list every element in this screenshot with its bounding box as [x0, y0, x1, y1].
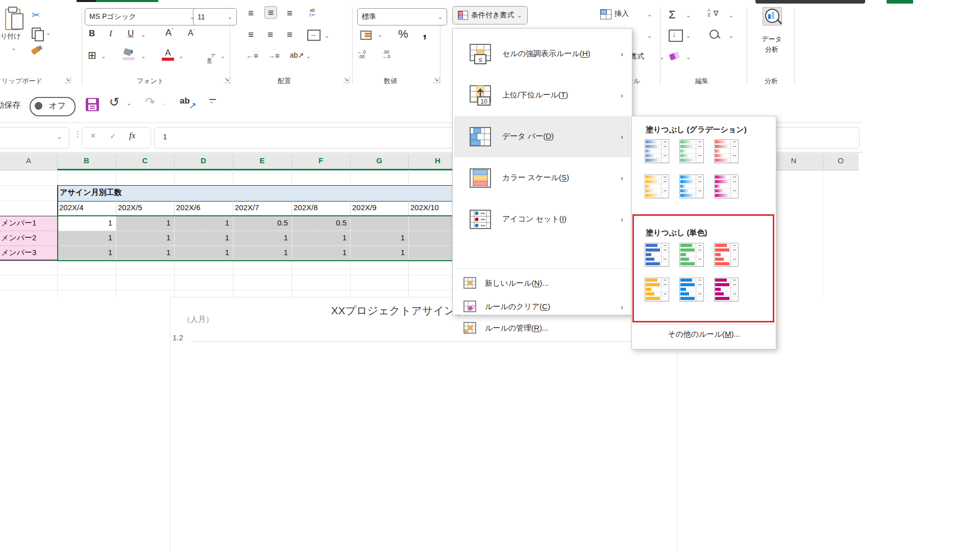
solid-databar-swatch-6[interactable] [714, 278, 739, 302]
month-header-cell[interactable]: 202X/10 [410, 203, 439, 212]
solid-databar-swatch-1[interactable] [645, 243, 669, 267]
column-header-F[interactable]: F [291, 156, 350, 165]
cut-button[interactable]: ✂ [32, 9, 49, 22]
increase-font-button[interactable]: Aˆ [165, 28, 174, 38]
undo-chevron-icon[interactable]: ⌄ [127, 100, 131, 107]
column-header-C[interactable]: C [116, 156, 174, 165]
name-box[interactable]: ⌄ [0, 127, 69, 148]
comma-style-button[interactable]: , [423, 23, 427, 41]
orientation-chevron-icon[interactable]: ⌄ [306, 53, 311, 60]
phonetic-chevron-icon[interactable]: ⌄ [220, 53, 225, 60]
column-header-D[interactable]: D [174, 156, 233, 165]
font-dialog-launcher-icon[interactable]: ↘ [224, 77, 230, 83]
solid-databar-swatch-3[interactable] [714, 243, 739, 267]
redo-button[interactable]: ↷ [145, 95, 155, 109]
month-header-cell[interactable]: 202X/4 [59, 203, 84, 212]
align-bottom-button[interactable]: ≡ [287, 8, 292, 18]
font-size-combobox[interactable]: 11 ⌄ [193, 8, 237, 26]
clear-chevron-icon[interactable]: ⌄ [686, 54, 691, 61]
more-rules-item[interactable]: その他のルール(M)... [632, 330, 776, 339]
decrease-font-button[interactable]: Aˇ [188, 29, 195, 38]
decrease-decimal-button[interactable]: .00 →.0 [382, 50, 390, 59]
number-dialog-launcher-icon[interactable]: ↘ [433, 77, 439, 83]
month-header-cell[interactable]: 202X/5 [118, 203, 142, 212]
column-header-A[interactable]: A [0, 156, 57, 165]
autosum-button[interactable]: Σ [669, 8, 676, 21]
menu-item-highlight-cells-rules[interactable]: ≤セルの強調表示ルール(H)› [454, 33, 630, 74]
align-top-button[interactable]: ≡ [248, 8, 254, 18]
increase-indent-button[interactable]: →≡ [267, 51, 280, 60]
solid-databar-swatch-4[interactable] [645, 278, 669, 302]
column-header-E[interactable]: E [233, 156, 291, 165]
month-header-cell[interactable]: 202X/8 [293, 203, 318, 212]
align-left-button[interactable]: ≡ [248, 30, 254, 39]
cancel-entry-icon[interactable]: × [90, 131, 96, 141]
gradient-databar-swatch-2[interactable] [679, 139, 704, 163]
menu-item-data-bars[interactable]: データ バー(D)› [454, 116, 630, 157]
fill-chevron-icon[interactable]: ⌄ [686, 33, 691, 39]
gradient-databar-swatch-3[interactable] [714, 139, 739, 163]
solid-databar-swatch-2[interactable] [679, 243, 704, 267]
gradient-databar-swatch-6[interactable] [714, 174, 739, 198]
font-color-button[interactable]: A [161, 48, 175, 61]
paste-button[interactable]: 貼り付け ⌄ [2, 5, 31, 65]
data-analysis-button[interactable]: データ 分析 [751, 5, 792, 69]
ribbon-options-button[interactable]: ⌄ [208, 99, 217, 107]
underline-chevron-icon[interactable]: ⌄ [141, 32, 145, 38]
underline-button[interactable]: U [128, 29, 134, 39]
wrap-text-button[interactable]: abc↩ [309, 8, 315, 17]
fill-color-button[interactable] [122, 49, 136, 61]
increase-decimal-button[interactable]: ←.0 .00 [357, 50, 366, 59]
save-button[interactable] [86, 98, 99, 111]
column-header-O[interactable]: O [823, 156, 859, 165]
sort-filter-chevron-icon[interactable]: ⌄ [729, 12, 733, 19]
solid-databar-swatch-5[interactable] [679, 278, 704, 302]
clear-button[interactable] [669, 51, 682, 63]
clipboard-dialog-launcher-icon[interactable]: ↘ [64, 77, 71, 83]
gradient-databar-swatch-4[interactable] [645, 174, 669, 198]
borders-button[interactable]: ⊞ [88, 49, 96, 61]
copy-button[interactable]: ⌄ [32, 27, 57, 41]
accounting-format-button[interactable] [359, 29, 375, 42]
autosum-chevron-icon[interactable]: ⌄ [686, 12, 691, 19]
format-painter-button[interactable] [31, 46, 48, 61]
fill-button[interactable]: ↓ [669, 30, 683, 42]
menu-item-top-bottom-rules[interactable]: 10上位/下位ルール(T)› [454, 74, 630, 116]
menu-item-icon-sets[interactable]: アイコン セット(I)› [454, 198, 630, 240]
bold-button[interactable]: B [89, 29, 95, 39]
font-name-combobox[interactable]: MS Pゴシック ⌄ [85, 8, 199, 26]
align-middle-button[interactable]: ≡ [264, 6, 277, 19]
merge-center-button[interactable]: ↔ [307, 30, 321, 41]
menu-item-color-scales[interactable]: カラー スケール(S)› [454, 157, 630, 198]
gradient-databar-swatch-5[interactable] [679, 174, 704, 198]
translate-button[interactable]: ab ↗ [180, 96, 200, 111]
formula-bar-divider-icon[interactable]: ⋮ [74, 129, 81, 139]
borders-chevron-icon[interactable]: ⌄ [101, 53, 106, 60]
orientation-button[interactable]: ab↗ [290, 51, 304, 59]
conditional-formatting-button[interactable]: 条件付き書式 ⌄ [452, 6, 528, 24]
alignment-dialog-launcher-icon[interactable]: ↘ [343, 77, 350, 83]
find-select-button[interactable] [709, 30, 723, 43]
sort-filter-button[interactable]: AZ ∇ [707, 8, 728, 21]
menu-item-new-rule[interactable]: 新しいルール(N)... [454, 272, 630, 294]
align-center-button[interactable]: ≡ [267, 30, 273, 39]
number-format-combobox[interactable]: 標準 ⌄ [357, 8, 447, 26]
fill-color-chevron-icon[interactable]: ⌄ [141, 53, 145, 60]
italic-button[interactable]: I [109, 29, 112, 39]
find-chevron-icon[interactable]: ⌄ [729, 33, 733, 39]
gradient-databar-swatch-1[interactable] [645, 139, 669, 163]
column-header-G[interactable]: G [350, 156, 408, 165]
month-header-cell[interactable]: 202X/9 [352, 203, 377, 212]
column-header-B[interactable]: B [57, 156, 116, 165]
accounting-chevron-icon[interactable]: ⌄ [378, 32, 382, 38]
phonetic-button[interactable]: ア亜 [203, 49, 215, 67]
confirm-entry-icon[interactable]: ✓ [110, 132, 116, 141]
menu-item-manage-rules[interactable]: ルールの管理(R)... [454, 317, 630, 339]
month-header-cell[interactable]: 202X/6 [176, 203, 201, 212]
month-header-cell[interactable]: 202X/7 [235, 203, 259, 212]
font-color-chevron-icon[interactable]: ⌄ [179, 53, 183, 60]
percent-style-button[interactable]: % [398, 28, 408, 41]
autosave-toggle[interactable]: オフ [30, 97, 76, 116]
menu-item-clear-rules[interactable]: ルールのクリア(C)› [454, 296, 630, 317]
merge-chevron-icon[interactable]: ⌄ [325, 33, 329, 39]
